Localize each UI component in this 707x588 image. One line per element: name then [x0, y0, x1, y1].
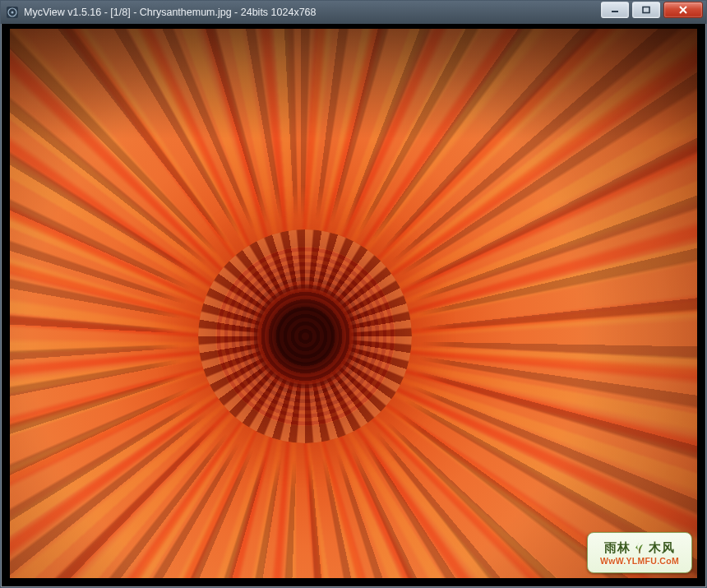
window-controls: [601, 1, 706, 24]
image-flower-center: [198, 229, 412, 443]
leaf-icon: [632, 540, 647, 555]
content-area: 雨林 木风 WwW.YLMFU.CoM: [1, 24, 706, 587]
watermark-text-right: 木风: [649, 540, 675, 556]
app-icon: [6, 6, 19, 19]
close-button[interactable]: [663, 2, 703, 18]
watermark-badge: 雨林 木风 WwW.YLMFU.CoM: [587, 532, 692, 573]
watermark-text-left: 雨林: [604, 540, 631, 556]
watermark-url: WwW.YLMFU.CoM: [600, 556, 679, 566]
watermark-line1: 雨林 木风: [604, 540, 675, 556]
app-window: MycView v1.5.16 - [1/8] - Chrysanthemum.…: [0, 0, 707, 588]
titlebar[interactable]: MycView v1.5.16 - [1/8] - Chrysanthemum.…: [1, 1, 706, 24]
minimize-button[interactable]: [601, 2, 629, 18]
svg-rect-4: [643, 7, 649, 13]
window-title: MycView v1.5.16 - [1/8] - Chrysanthemum.…: [24, 7, 601, 18]
maximize-button[interactable]: [632, 2, 660, 18]
svg-point-2: [12, 12, 14, 14]
displayed-image[interactable]: 雨林 木风 WwW.YLMFU.CoM: [10, 29, 697, 578]
